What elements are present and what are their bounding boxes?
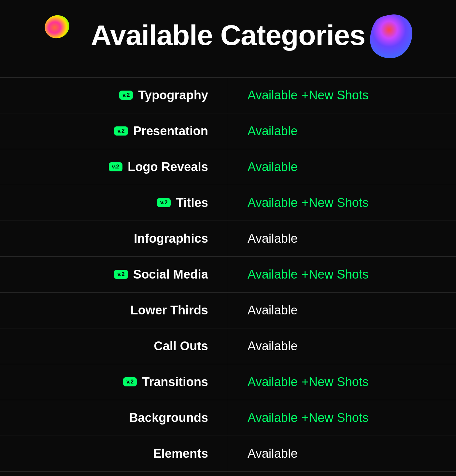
v2-badge-titles: v.2	[157, 198, 171, 207]
category-cell-elements: Elements	[0, 436, 228, 471]
page-title: Available Categories	[91, 20, 365, 51]
category-cell-typography: v.2Typography	[0, 78, 228, 113]
category-name-logo-reveals: Logo Reveals	[128, 160, 208, 174]
new-shots-text-transitions: +New Shots	[302, 375, 369, 389]
new-shots-text-social-media: +New Shots	[302, 267, 369, 281]
status-text-elements: Available	[248, 447, 298, 461]
table-row: InfographicsAvailable	[0, 221, 456, 257]
status-text-social-media: Available	[248, 267, 298, 281]
table-row: Lower ThirdsAvailable	[0, 293, 456, 328]
category-name-lower-thirds: Lower Thirds	[130, 303, 208, 317]
category-cell-sound-fx: Sound FX	[0, 472, 228, 476]
category-name-typography: Typography	[138, 88, 208, 102]
status-group-presentation: Available	[248, 124, 298, 138]
status-group-elements: Available	[248, 447, 298, 461]
category-name-social-media: Social Media	[133, 267, 208, 281]
status-text-typography: Available	[248, 88, 298, 102]
table-row: BackgroundsAvailable+New Shots	[0, 400, 456, 436]
category-name-transitions: Transitions	[142, 375, 208, 389]
table-row: v.2Social MediaAvailable+New Shots	[0, 257, 456, 293]
status-group-backgrounds: Available+New Shots	[248, 411, 368, 425]
status-text-backgrounds: Available	[248, 411, 298, 425]
status-cell-lower-thirds: Available	[228, 293, 456, 328]
category-cell-logo-reveals: v.2Logo Reveals	[0, 149, 228, 185]
status-text-logo-reveals: Available	[248, 160, 298, 174]
status-cell-call-outs: Available	[228, 328, 456, 364]
status-text-transitions: Available	[248, 375, 298, 389]
status-text-call-outs: Available	[248, 339, 298, 353]
category-cell-transitions: v.2Transitions	[0, 364, 228, 400]
blob-left-icon	[42, 13, 72, 41]
status-cell-sound-fx: Available	[228, 472, 456, 476]
category-name-elements: Elements	[153, 447, 208, 461]
category-name-call-outs: Call Outs	[154, 339, 208, 353]
status-text-infographics: Available	[248, 232, 298, 246]
table-row: v.2TypographyAvailable+New Shots	[0, 78, 456, 113]
page-container: Available Categories v.2TypographyAvaila…	[0, 0, 456, 476]
status-cell-logo-reveals: Available	[228, 149, 456, 185]
status-cell-backgrounds: Available+New Shots	[228, 400, 456, 436]
status-cell-typography: Available+New Shots	[228, 78, 456, 113]
status-group-social-media: Available+New Shots	[248, 267, 368, 281]
v2-badge-social-media: v.2	[114, 270, 128, 279]
category-cell-backgrounds: Backgrounds	[0, 400, 228, 436]
status-text-presentation: Available	[248, 124, 298, 138]
v2-badge-logo-reveals: v.2	[109, 162, 122, 171]
v2-badge-presentation: v.2	[114, 126, 128, 136]
status-group-call-outs: Available	[248, 339, 298, 353]
blob-right-icon	[365, 10, 417, 62]
category-cell-titles: v.2Titles	[0, 185, 228, 221]
category-cell-presentation: v.2Presentation	[0, 113, 228, 149]
svg-point-0	[42, 13, 72, 41]
categories-table: v.2TypographyAvailable+New Shotsv.2Prese…	[0, 77, 456, 476]
status-group-typography: Available+New Shots	[248, 88, 368, 102]
status-text-titles: Available	[248, 196, 298, 210]
table-row: Call OutsAvailable	[0, 328, 456, 364]
category-name-titles: Titles	[176, 196, 208, 210]
v2-badge-typography: v.2	[119, 91, 133, 100]
status-cell-titles: Available+New Shots	[228, 185, 456, 221]
status-cell-transitions: Available+New Shots	[228, 364, 456, 400]
table-row: v.2PresentationAvailable	[0, 113, 456, 149]
table-row: Sound FXAvailable	[0, 472, 456, 476]
new-shots-text-titles: +New Shots	[302, 196, 369, 210]
status-group-infographics: Available	[248, 232, 298, 246]
new-shots-text-typography: +New Shots	[302, 88, 369, 102]
status-group-lower-thirds: Available	[248, 303, 298, 317]
status-group-logo-reveals: Available	[248, 160, 298, 174]
category-name-infographics: Infographics	[134, 232, 208, 246]
category-name-backgrounds: Backgrounds	[129, 411, 208, 425]
header-section: Available Categories	[0, 0, 456, 77]
v2-badge-transitions: v.2	[123, 377, 137, 386]
table-row: ElementsAvailable	[0, 436, 456, 472]
category-cell-infographics: Infographics	[0, 221, 228, 256]
status-cell-elements: Available	[228, 436, 456, 471]
status-cell-presentation: Available	[228, 113, 456, 149]
category-cell-lower-thirds: Lower Thirds	[0, 293, 228, 328]
status-group-titles: Available+New Shots	[248, 196, 368, 210]
category-cell-social-media: v.2Social Media	[0, 257, 228, 292]
status-cell-infographics: Available	[228, 221, 456, 256]
status-group-transitions: Available+New Shots	[248, 375, 368, 389]
status-cell-social-media: Available+New Shots	[228, 257, 456, 292]
category-name-presentation: Presentation	[133, 124, 208, 138]
table-row: v.2Logo RevealsAvailable	[0, 149, 456, 185]
table-row: v.2TitlesAvailable+New Shots	[0, 185, 456, 221]
table-row: v.2TransitionsAvailable+New Shots	[0, 364, 456, 400]
status-text-lower-thirds: Available	[248, 303, 298, 317]
category-cell-call-outs: Call Outs	[0, 328, 228, 364]
new-shots-text-backgrounds: +New Shots	[302, 411, 369, 425]
